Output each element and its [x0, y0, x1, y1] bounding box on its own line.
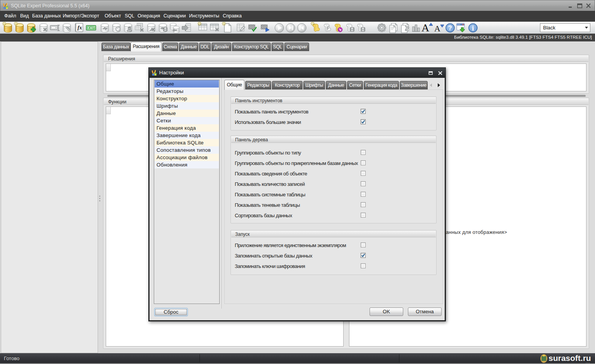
- svg-text:?: ?: [448, 24, 452, 32]
- svg-text:EXIT: EXIT: [88, 26, 95, 30]
- svg-text:fx: fx: [77, 25, 82, 31]
- svg-text:i: i: [472, 24, 474, 32]
- svg-text:A: A: [421, 22, 430, 34]
- svg-text:A: A: [434, 24, 440, 33]
